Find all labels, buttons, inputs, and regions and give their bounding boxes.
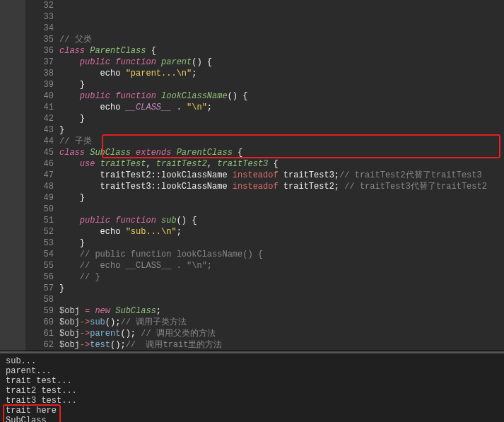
line-number: 36	[25, 45, 54, 57]
code-line[interactable]: traitTest3::lookClassName insteadof trai…	[59, 181, 504, 192]
code-line[interactable]: echo "sub...\n";	[59, 226, 504, 238]
line-number: 43	[25, 124, 54, 136]
code-line[interactable]: public function parent() {	[59, 57, 504, 68]
console-line: SubClass	[6, 416, 498, 422]
console-line: parent...	[6, 366, 498, 376]
line-number: 37	[25, 57, 54, 68]
code-line[interactable]: // 子类	[59, 136, 504, 147]
code-editor[interactable]: 3233343536373839404142434445464748495051…	[0, 0, 504, 351]
line-number: 41	[25, 102, 54, 113]
console-line: sub...	[6, 356, 498, 366]
code-line[interactable]	[59, 204, 504, 215]
line-number: 52	[25, 226, 54, 238]
code-line[interactable]: class SubClass extends ParentClass {	[59, 147, 504, 158]
line-number: 44	[25, 136, 54, 147]
line-number: 33	[25, 11, 54, 23]
line-number-gutter: 3233343536373839404142434445464748495051…	[25, 0, 59, 351]
line-number: 45	[25, 147, 54, 158]
code-line[interactable]: echo "parent...\n";	[59, 68, 504, 79]
line-number: 47	[25, 170, 54, 181]
code-area[interactable]: // 父类class ParentClass { public function…	[59, 0, 504, 351]
line-number: 40	[25, 90, 54, 102]
line-number: 39	[25, 79, 54, 90]
line-number: 51	[25, 215, 54, 226]
code-line[interactable]: echo __CLASS__ . "\n";	[59, 102, 504, 113]
line-number: 55	[25, 260, 54, 271]
line-number: 62	[25, 339, 54, 351]
code-line[interactable]: }	[59, 113, 504, 124]
code-line[interactable]: class ParentClass {	[59, 45, 504, 57]
code-line[interactable]: $obj->test();// 调用trait里的方法	[59, 339, 504, 351]
line-number: 53	[25, 238, 54, 249]
code-line[interactable]	[59, 294, 504, 305]
code-line[interactable]: // 父类	[59, 34, 504, 45]
code-line[interactable]: }	[59, 124, 504, 136]
line-number: 56	[25, 271, 54, 283]
code-line[interactable]: traitTest2::lookClassName insteadof trai…	[59, 170, 504, 181]
line-number: 38	[25, 68, 54, 79]
code-line[interactable]: // public function lookClassName() {	[59, 249, 504, 260]
console-line: trait test...	[6, 376, 498, 386]
code-line[interactable]: // echo __CLASS__ . "\n";	[59, 260, 504, 271]
line-number: 57	[25, 283, 54, 294]
code-line[interactable]: // }	[59, 271, 504, 283]
code-line[interactable]: $obj->parent(); // 调用父类的方法	[59, 328, 504, 339]
code-line[interactable]: }	[59, 238, 504, 249]
output-console[interactable]: sub...parent...trait test...trait2 test.…	[0, 351, 504, 422]
line-number: 54	[25, 249, 54, 260]
code-line[interactable]: public function sub() {	[59, 215, 504, 226]
line-number: 35	[25, 34, 54, 45]
code-line[interactable]: $obj = new SubClass;	[59, 305, 504, 317]
code-line[interactable]: }	[59, 79, 504, 90]
line-number: 42	[25, 113, 54, 124]
code-line[interactable]: }	[59, 283, 504, 294]
code-line[interactable]: }	[59, 192, 504, 204]
line-number: 34	[25, 23, 54, 34]
line-number: 49	[25, 192, 54, 204]
console-line: trait here	[6, 406, 498, 416]
line-number: 58	[25, 294, 54, 305]
console-line: trait2 test...	[6, 386, 498, 396]
line-number: 60	[25, 317, 54, 328]
line-number: 46	[25, 158, 54, 170]
line-number: 59	[25, 305, 54, 317]
code-line[interactable]: public function lookClassName() {	[59, 90, 504, 102]
console-line: trait3 test...	[6, 396, 498, 406]
line-number: 61	[25, 328, 54, 339]
code-line[interactable]: $obj->sub();// 调用子类方法	[59, 317, 504, 328]
line-number: 48	[25, 181, 54, 192]
code-line[interactable]: use traitTest, traitTest2, traitTest3 {	[59, 158, 504, 170]
line-number: 32	[25, 0, 54, 11]
line-number: 50	[25, 204, 54, 215]
fold-strip	[0, 0, 25, 351]
